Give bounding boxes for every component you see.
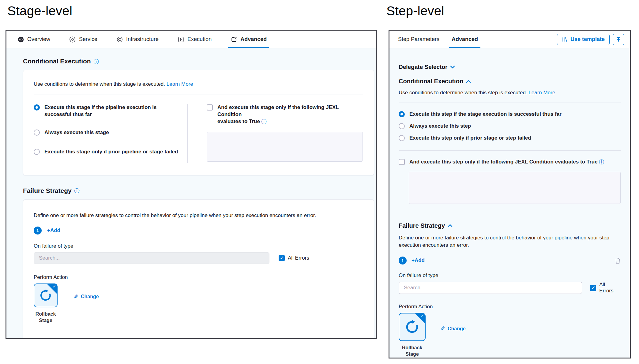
jexl-checkbox-label: And execute this step only if the follow…: [409, 159, 604, 166]
info-icon[interactable]: ⓘ: [261, 119, 267, 125]
checkbox-unchecked-icon[interactable]: [399, 159, 405, 165]
info-icon[interactable]: ⓘ: [599, 159, 604, 165]
change-label: Change: [81, 294, 99, 299]
checkbox-checked-icon[interactable]: [590, 285, 596, 291]
infrastructure-icon: [116, 36, 123, 43]
rollback-stage-tile[interactable]: ✓: [34, 283, 58, 307]
delete-strategy-button[interactable]: [615, 257, 621, 264]
failure-strategy-description: Define one or more failure strategies to…: [34, 212, 363, 219]
jexl-checkbox-label: And execute this stage only if the follo…: [217, 104, 363, 125]
conditional-execution-card: Use conditions to determine when this st…: [23, 70, 374, 175]
upload-button[interactable]: [613, 34, 624, 45]
tab-label: Infrastructure: [126, 36, 159, 43]
failure-strategy-title: Failure Strategy ⓘ: [23, 187, 374, 194]
pencil-icon: ✎: [440, 325, 445, 332]
tab-label: Step Parameters: [398, 36, 439, 43]
jexl-label-text: And execute this stage only if the follo…: [217, 104, 339, 124]
step-level-heading: Step-level: [386, 4, 444, 18]
radio-unselected-icon[interactable]: [34, 149, 40, 155]
jexl-column: And execute this stage only if the follo…: [188, 104, 363, 163]
strategy-index-badge[interactable]: 1: [399, 257, 407, 265]
all-errors-label: All Errors: [288, 255, 309, 261]
section-title-text: Failure Strategy: [399, 222, 445, 229]
all-errors-label: All Errors: [599, 282, 621, 294]
checkbox-checked-icon[interactable]: [279, 255, 285, 261]
radio-option-label: Always execute this stage: [44, 129, 109, 136]
radio-option-2[interactable]: Always execute this step: [399, 123, 621, 130]
learn-more-link[interactable]: Learn More: [167, 81, 193, 87]
failure-strategy-header[interactable]: Failure Strategy: [399, 222, 621, 229]
step-panel: Step Parameters Advanced Use template: [389, 30, 631, 358]
execution-icon: [178, 36, 184, 43]
radio-option-2[interactable]: Always execute this stage: [34, 129, 187, 136]
section-title-text: Conditional Execution: [399, 78, 463, 85]
radio-unselected-icon[interactable]: [34, 129, 40, 136]
on-failure-label: On failure of type: [34, 243, 363, 249]
radio-option-3[interactable]: Execute this step only if prior stage or…: [399, 135, 621, 142]
failure-type-search-input[interactable]: [399, 282, 582, 294]
screenshot-canvas: Stage-level Step-level Overview Service: [0, 0, 639, 364]
library-icon: [562, 36, 568, 43]
failure-strategy-description: Define one or more failure strategies to…: [399, 234, 621, 249]
use-template-button[interactable]: Use template: [557, 34, 610, 45]
check-icon: ✓: [421, 313, 424, 318]
tab-advanced[interactable]: Advanced: [452, 31, 478, 48]
card-divider: [34, 95, 363, 95]
failure-type-search-input[interactable]: [34, 252, 269, 264]
radio-option-label: Execute this step only if prior stage or…: [409, 135, 531, 142]
radio-selected-icon[interactable]: [34, 104, 40, 111]
conditional-execution-title: Conditional Execution ⓘ: [23, 58, 374, 65]
perform-action-row: ✓ Rollback Stage ✎ Change: [399, 313, 621, 358]
add-strategy-button[interactable]: +Add: [47, 227, 60, 234]
jexl-checkbox-row[interactable]: And execute this stage only if the follo…: [207, 104, 363, 125]
radio-selected-icon[interactable]: [399, 111, 405, 117]
tab-advanced[interactable]: Advanced: [231, 31, 267, 48]
learn-more-link[interactable]: Learn More: [528, 90, 555, 96]
chevron-down-icon: [450, 66, 455, 69]
change-action-link[interactable]: ✎ Change: [73, 293, 99, 300]
upload-icon: [615, 36, 622, 43]
delegate-selector-header[interactable]: Delegate Selector: [399, 64, 621, 70]
tab-label: Advanced: [240, 36, 267, 43]
chevron-up-icon: [466, 80, 471, 83]
add-strategy-button[interactable]: +Add: [412, 257, 425, 264]
jexl-condition-textarea[interactable]: [207, 132, 363, 162]
radio-option-label: Execute this step if the stage execution…: [409, 111, 562, 118]
conditional-execution-description: Use conditions to determine when this st…: [399, 90, 621, 96]
radio-option-label: Always execute this step: [409, 123, 471, 130]
rollback-stage-tile[interactable]: ✓: [399, 313, 426, 341]
tab-step-parameters[interactable]: Step Parameters: [398, 31, 439, 48]
jexl-checkbox-row[interactable]: And execute this step only if the follow…: [399, 159, 621, 166]
checkbox-unchecked-icon[interactable]: [207, 104, 213, 111]
stage-panel: Overview Service Infrastructure: [6, 30, 377, 339]
failure-strategy-card: Define one or more failure strategies to…: [23, 199, 374, 339]
change-action-link[interactable]: ✎ Change: [440, 325, 466, 332]
radio-unselected-icon[interactable]: [399, 123, 405, 129]
section-title-text: Delegate Selector: [399, 64, 447, 70]
tab-label: Execution: [187, 36, 212, 43]
gear-icon: [69, 36, 76, 43]
conditional-execution-header[interactable]: Conditional Execution: [399, 78, 621, 85]
jexl-condition-textarea[interactable]: [409, 172, 621, 204]
info-icon[interactable]: ⓘ: [94, 59, 99, 64]
strategy-index-badge[interactable]: 1: [34, 227, 42, 235]
strategy-badge-row: 1 +Add: [34, 227, 363, 235]
tab-service[interactable]: Service: [69, 31, 97, 48]
tab-overview[interactable]: Overview: [17, 31, 50, 48]
tab-label: Overview: [27, 36, 50, 43]
section-title-text: Failure Strategy: [23, 187, 72, 194]
tab-execution[interactable]: Execution: [178, 31, 212, 48]
tab-infrastructure[interactable]: Infrastructure: [116, 31, 159, 48]
all-errors-checkbox-row[interactable]: All Errors: [590, 282, 621, 294]
radio-option-3[interactable]: Execute this stage only if prior pipelin…: [34, 148, 187, 156]
section-title-text: Conditional Execution: [23, 58, 91, 65]
radio-group: Execute this stage if the pipeline execu…: [34, 104, 187, 163]
radio-option-1[interactable]: Execute this stage if the pipeline execu…: [34, 104, 187, 118]
trash-icon: [615, 257, 621, 264]
description-text: Use conditions to determine when this st…: [34, 81, 165, 87]
radio-unselected-icon[interactable]: [399, 135, 405, 141]
stage-panel-body: Conditional Execution ⓘ Use conditions t…: [6, 48, 376, 339]
all-errors-checkbox-row[interactable]: All Errors: [279, 255, 309, 261]
radio-option-1[interactable]: Execute this step if the stage execution…: [399, 111, 621, 118]
info-icon[interactable]: ⓘ: [74, 188, 80, 193]
